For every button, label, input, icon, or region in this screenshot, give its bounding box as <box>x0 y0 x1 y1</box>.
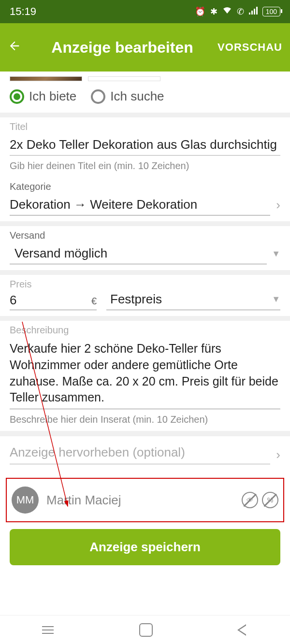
status-icons: ⏰ ✱ ✆ 100 <box>195 6 280 17</box>
shipping-section: Versand Versand möglich ▼ <box>0 226 290 270</box>
battery-icon: 100 <box>262 7 280 16</box>
page-title: Anzeige bearbeiten <box>27 39 218 57</box>
shipping-label: Versand <box>10 230 280 241</box>
wifi-icon <box>222 7 232 17</box>
radio-search-label: Ich suche <box>110 89 164 104</box>
radio-offer-label: Ich biete <box>29 89 76 104</box>
image-thumbnail[interactable] <box>10 76 82 81</box>
radio-search[interactable]: Ich suche <box>91 89 164 104</box>
alarm-icon: ⏰ <box>195 6 205 17</box>
description-input[interactable]: Verkaufe hier 2 schöne Deko-Teller fürs … <box>10 338 280 409</box>
price-value: 6 <box>10 293 91 308</box>
shipping-value: Versand möglich <box>10 243 267 264</box>
title-section: Titel 2x Deko Teller Dekoration aus Glas… <box>0 117 290 177</box>
no-percent-icon: % <box>262 492 278 508</box>
status-time: 15:19 <box>10 5 36 18</box>
svg-rect-1 <box>251 11 253 14</box>
chevron-right-icon: › <box>270 198 280 213</box>
price-currency: € <box>91 296 97 307</box>
price-label: Preis <box>10 279 280 290</box>
nav-back-icon[interactable] <box>236 624 248 636</box>
title-hint: Gib hier deinen Titel ein (min. 10 Zeich… <box>10 160 280 172</box>
highlight-label: Anzeige hervorheben (optional) <box>10 445 270 464</box>
svg-rect-3 <box>256 7 258 14</box>
category-value: Dekoration → Weitere Dekoration <box>10 194 270 215</box>
shipping-select[interactable]: Versand möglich ▼ <box>10 243 280 264</box>
description-label: Beschreibung <box>10 325 280 336</box>
add-image-placeholder[interactable] <box>88 76 160 81</box>
svg-rect-2 <box>254 9 255 14</box>
user-name: Martin Maciej <box>46 493 234 508</box>
preview-button[interactable]: VORSCHAU <box>218 41 282 54</box>
category-section: Kategorie Dekoration → Weitere Dekoratio… <box>0 177 290 221</box>
title-input[interactable]: 2x Deko Teller Dekoration aus Glas durch… <box>10 134 280 156</box>
highlight-row[interactable]: Anzeige hervorheben (optional) › <box>0 436 290 473</box>
offer-type-row: Ich biete Ich suche <box>0 81 290 113</box>
dropdown-icon: ▼ <box>267 249 280 259</box>
radio-offer[interactable]: Ich biete <box>10 89 76 104</box>
category-label: Kategorie <box>10 181 280 192</box>
user-box[interactable]: MM Martin Maciej 👁 % <box>6 478 284 522</box>
description-hint: Beschreibe hier dein Inserat (min. 10 Ze… <box>10 414 280 425</box>
bluetooth-icon: ✱ <box>210 6 218 17</box>
image-row <box>0 72 290 81</box>
radio-circle-icon <box>10 89 24 104</box>
radio-circle-icon <box>91 89 105 104</box>
svg-rect-0 <box>249 13 250 14</box>
title-label: Titel <box>10 121 280 132</box>
app-bar: Anzeige bearbeiten VORSCHAU <box>0 23 290 72</box>
category-select[interactable]: Dekoration → Weitere Dekoration › <box>10 194 280 215</box>
price-input[interactable]: 6 € <box>10 293 97 310</box>
back-button[interactable] <box>8 39 27 56</box>
dropdown-icon: ▼ <box>267 294 280 304</box>
nav-home-icon[interactable] <box>139 623 153 637</box>
user-icons: 👁 % <box>242 492 278 508</box>
signal-icon <box>249 7 258 17</box>
nav-recents-icon[interactable] <box>42 623 56 637</box>
avatar: MM <box>12 487 39 514</box>
price-type-value: Festpreis <box>106 292 162 307</box>
save-button[interactable]: Anzeige speichern <box>10 529 280 565</box>
status-bar: 15:19 ⏰ ✱ ✆ 100 <box>0 0 290 23</box>
price-section: Preis 6 € Festpreis ▼ <box>0 275 290 316</box>
description-section: Beschreibung Verkaufe hier 2 schöne Deko… <box>0 321 290 431</box>
volte-icon: ✆ <box>237 6 244 17</box>
chevron-right-icon: › <box>270 447 280 462</box>
android-navbar <box>0 615 290 644</box>
price-type-select[interactable]: Festpreis ▼ <box>106 292 280 310</box>
no-view-icon: 👁 <box>242 492 258 508</box>
